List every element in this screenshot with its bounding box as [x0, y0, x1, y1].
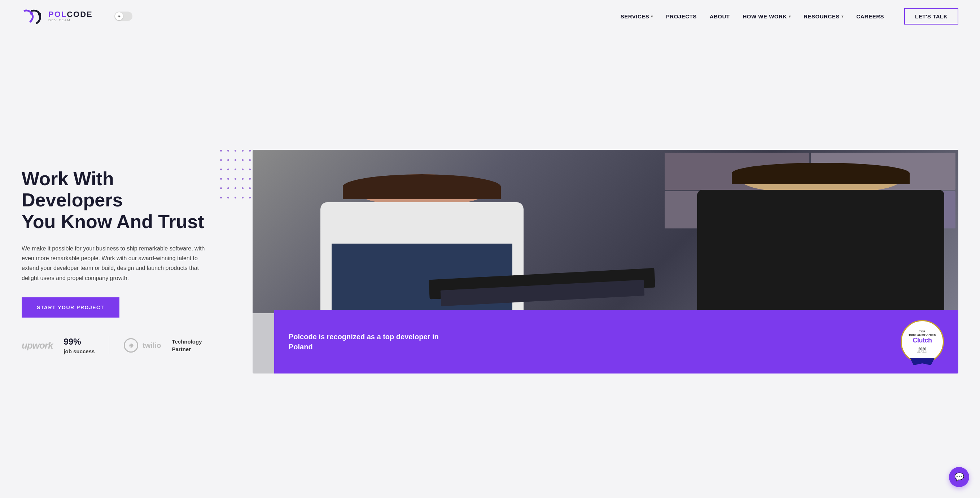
twilio-stats: Technology Partner: [172, 338, 202, 353]
nav-link-resources[interactable]: RESOURCES ▾: [803, 13, 843, 19]
svg-point-1: [38, 13, 41, 16]
nav-link-services[interactable]: SERVICES ▾: [620, 13, 653, 19]
lets-talk-button[interactable]: LET'S TALK: [904, 8, 958, 25]
theme-toggle[interactable]: ☀: [115, 11, 132, 21]
logo-icon: [22, 7, 43, 25]
recognition-text: Polcode is recognized as a top developer…: [289, 332, 440, 352]
twilio-icon: ⊕: [124, 338, 138, 353]
nav-item-how-we-work[interactable]: HOW WE WORK ▾: [743, 13, 791, 19]
nav-link-projects[interactable]: PROJECTS: [666, 13, 697, 19]
nav-link-careers[interactable]: CAREERS: [856, 13, 884, 19]
navbar: POLcode DEV TEAM ☀ SERVICES ▾ PROJECTS A…: [0, 0, 980, 32]
clutch-year: 2020: [918, 347, 926, 351]
twilio-desc-line1: Technology: [172, 339, 202, 345]
logo[interactable]: POLcode DEV TEAM: [22, 7, 93, 25]
chevron-down-icon-3: ▾: [842, 14, 843, 18]
clutch-top-line1: TOP: [919, 330, 926, 333]
clutch-subtitle-line: GLOBAL: [917, 351, 928, 354]
hero-description: We make it possible for your business to…: [22, 243, 213, 283]
logo-subtitle: DEV TEAM: [48, 19, 93, 22]
chat-button[interactable]: 💬: [949, 467, 969, 487]
nav-link-about[interactable]: ABOUT: [710, 13, 730, 19]
chevron-down-icon: ▾: [651, 14, 653, 18]
upwork-logo: upwork: [22, 340, 52, 351]
upwork-stat-block: 99% job success: [64, 336, 94, 355]
stat-percentage: 99%: [64, 336, 94, 348]
hero-title: Work With Developers You Know And Trust: [22, 168, 216, 233]
twilio-partner: ⊕ twilio: [124, 338, 161, 353]
chat-icon: 💬: [955, 473, 964, 482]
twilio-label: twilio: [143, 341, 161, 350]
person-man: [697, 163, 944, 313]
partner-divider: [109, 336, 109, 354]
partners-row: upwork 99% job success ⊕ twilio Technolo…: [22, 336, 216, 355]
stat-label: job success: [64, 348, 94, 354]
clutch-brand: Clutch: [913, 337, 932, 344]
chevron-down-icon-2: ▾: [789, 14, 791, 18]
theme-toggle-knob: ☀: [115, 12, 123, 20]
clutch-top-line2: 1000 COMPANIES: [908, 333, 936, 337]
upwork-partner: upwork: [22, 340, 52, 351]
hero-content: Work With Developers You Know And Trust …: [22, 168, 231, 355]
hero-image: Polcode is recognized as a top developer…: [253, 150, 958, 374]
team-photo: [253, 150, 958, 313]
clutch-ribbon: [910, 358, 934, 365]
hero-bottom-bar: Polcode is recognized as a top developer…: [274, 310, 958, 374]
sun-icon: ☀: [117, 14, 121, 19]
logo-name: POLcode: [48, 10, 93, 19]
svg-point-0: [30, 12, 33, 15]
nav-item-careers[interactable]: CAREERS: [856, 13, 884, 19]
clutch-badge: TOP 1000 COMPANIES Clutch 2020 GLOBAL: [900, 320, 944, 363]
upwork-stats: 99% job success: [64, 336, 94, 355]
hero-image-area: Polcode is recognized as a top developer…: [231, 150, 958, 374]
logo-text: POLcode DEV TEAM: [48, 10, 93, 22]
start-project-button[interactable]: START YOUR PROJECT: [22, 298, 119, 318]
twilio-desc-line2: Partner: [172, 346, 191, 352]
nav-cta-item[interactable]: LET'S TALK: [897, 8, 958, 25]
nav-item-resources[interactable]: RESOURCES ▾: [803, 13, 843, 19]
nav-link-how-we-work[interactable]: HOW WE WORK ▾: [743, 13, 791, 19]
nav-item-about[interactable]: ABOUT: [710, 13, 730, 19]
hero-section: Work With Developers You Know And Trust …: [0, 32, 980, 498]
nav-links: SERVICES ▾ PROJECTS ABOUT HOW WE WORK ▾ …: [620, 8, 958, 25]
nav-item-projects[interactable]: PROJECTS: [666, 13, 697, 19]
nav-item-services[interactable]: SERVICES ▾: [620, 13, 653, 19]
